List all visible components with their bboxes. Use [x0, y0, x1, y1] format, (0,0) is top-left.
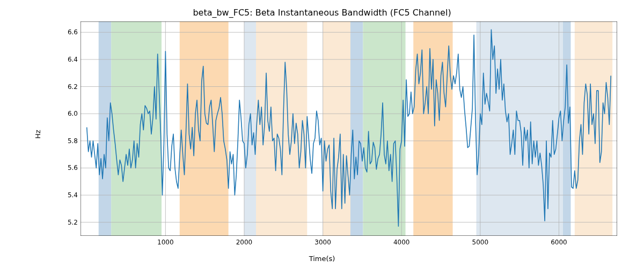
background-band: [477, 21, 563, 236]
y-tick-label: 5.4: [68, 191, 78, 199]
chart-title: beta_bw_FC5: Beta Instantaneous Bandwidt…: [0, 8, 644, 18]
background-band: [563, 21, 571, 236]
background-band: [256, 21, 307, 236]
plot-svg: [80, 21, 617, 236]
background-band: [244, 21, 256, 236]
figure: beta_bw_FC5: Beta Instantaneous Bandwidt…: [0, 0, 644, 268]
x-tick-label: 2000: [236, 239, 253, 246]
background-band: [180, 21, 229, 236]
y-tick-label: 5.6: [68, 164, 78, 172]
y-tick-label: 6.6: [68, 28, 78, 36]
y-tick-label: 5.8: [68, 137, 78, 145]
background-band: [350, 21, 363, 236]
background-band: [323, 21, 350, 236]
x-tick-label: 1000: [157, 239, 174, 246]
y-tick-label: 6.4: [68, 56, 78, 63]
y-axis-label: Hz: [32, 0, 43, 268]
y-tick-label: 6.0: [68, 110, 78, 117]
x-tick-label: 4000: [393, 239, 410, 246]
y-tick-label: 6.2: [68, 83, 78, 91]
x-axis-label: Time(s): [0, 255, 644, 263]
background-band: [111, 21, 162, 236]
x-tick-label: 5000: [472, 239, 489, 246]
axes: [80, 21, 617, 236]
background-band: [413, 21, 452, 236]
x-tick-label: 6000: [551, 239, 567, 246]
y-tick-label: 5.2: [68, 219, 78, 226]
x-tick-label: 3000: [314, 239, 331, 246]
